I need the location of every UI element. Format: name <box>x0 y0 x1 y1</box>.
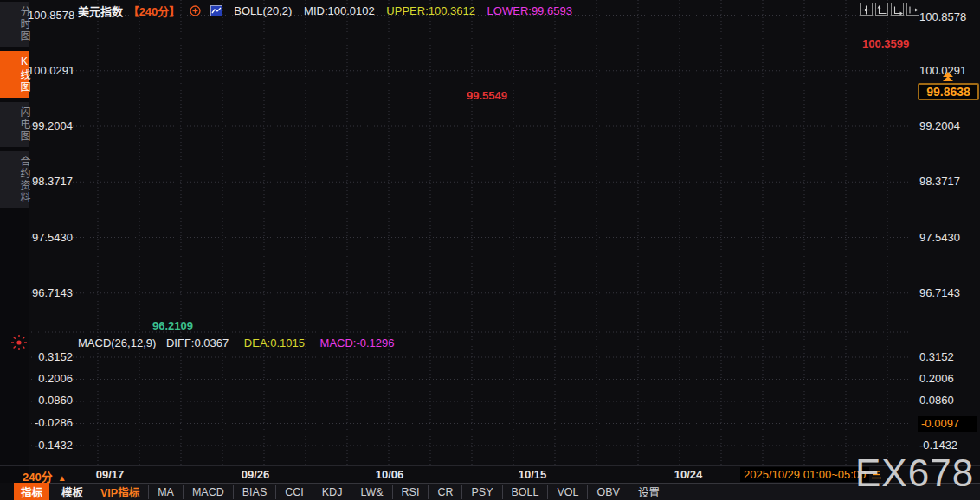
sidebar-tab-kline-chart[interactable]: K线图 <box>0 51 29 98</box>
date-tick: 09/17 <box>86 468 134 481</box>
toolbar-item-lw[interactable]: LW& <box>351 485 391 499</box>
price-axis-label: 98.3717 <box>919 175 964 188</box>
chart-tool-buttons <box>860 3 919 16</box>
symbol-name: 美元指数 <box>78 5 123 18</box>
toolbar-item-psy[interactable]: PSY <box>461 485 501 499</box>
date-tick: 09/26 <box>231 468 280 481</box>
pan-right-icon[interactable] <box>906 3 919 16</box>
current-bar-timestamp: 2025/10/29 01:00~05:00 <box>740 467 869 482</box>
candlestick-chart[interactable] <box>0 0 980 500</box>
macd-axis-label: -0.1432 <box>919 439 964 452</box>
x-axis-zoom-icon[interactable] <box>891 3 904 16</box>
toolbar-item-indicator[interactable]: 指标 <box>14 483 49 500</box>
axis-separator <box>0 465 980 466</box>
swing-high-annotation: 99.5549 <box>467 89 507 102</box>
boll-lower-value: LOWER:99.6593 <box>487 4 572 17</box>
price-axis-label: 98.3717 <box>28 175 73 188</box>
macd-indicator-label: MACD(26,12,9) <box>78 337 156 349</box>
period-high-annotation: 100.3599 <box>862 37 909 50</box>
macd-axis-label: 0.0860 <box>919 394 964 407</box>
toolbar-item-rsi[interactable]: RSI <box>392 485 429 499</box>
macd-axis-label: 0.3152 <box>28 350 73 363</box>
price-axis-label: 97.5430 <box>28 231 73 244</box>
trading-terminal: 分时图 K线图 闪电图 合约资料 美元指数 【240分】 BOLL(20,2) <box>0 0 980 500</box>
macd-axis-label: -0.0286 <box>28 416 73 429</box>
price-axis-label: 97.5430 <box>919 231 964 244</box>
macd-header: MACD(26,12,9) DIFF:0.0367 DEA:0.1015 MAC… <box>78 337 395 349</box>
period-low-annotation: 96.2109 <box>152 319 193 332</box>
price-axis-label: 100.8578 <box>28 9 73 22</box>
price-axis-label: 99.2004 <box>28 119 73 132</box>
boll-indicator-label: BOLL(20,2) <box>234 4 292 17</box>
boll-upper-value: UPPER:100.3612 <box>386 4 475 17</box>
calendar-icon[interactable] <box>871 469 882 480</box>
macd-axis-label: -0.1432 <box>28 439 73 452</box>
sidebar: 分时图 K线图 闪电图 合约资料 <box>0 0 29 483</box>
date-tick: 10/24 <box>664 468 712 481</box>
price-axis-label: 96.7143 <box>28 286 73 299</box>
toolbar-item-cr[interactable]: CR <box>428 485 461 499</box>
triangle-up-icon: ▲ <box>58 473 67 483</box>
sidebar-tab-contract-info[interactable]: 合约资料 <box>0 151 29 208</box>
macd-axis-label: 0.3152 <box>919 350 964 363</box>
chart-header: 美元指数 【240分】 BOLL(20,2) MID:100.0102 UPPE… <box>78 3 572 19</box>
macd-dea-value: DEA:0.1015 <box>244 337 305 349</box>
toolbar-item-obv[interactable]: OBV <box>587 485 628 499</box>
sun-marker-icon[interactable] <box>10 334 28 351</box>
toolbar-item-vip[interactable]: VIP指标 <box>92 483 148 500</box>
toolbar-item-bias[interactable]: BIAS <box>233 485 276 499</box>
sidebar-tab-flash-chart[interactable]: 闪电图 <box>0 102 29 147</box>
price-axis-label: 96.7143 <box>919 286 964 299</box>
date-tick: 10/06 <box>365 468 414 481</box>
current-price-tag: 99.8638 <box>918 83 979 100</box>
price-axis-label: 100.8578 <box>919 10 964 23</box>
toolbar-item-vol[interactable]: VOL <box>547 485 587 499</box>
sidebar-tab-time-chart[interactable]: 分时图 <box>0 2 29 47</box>
price-axis-label: 99.2004 <box>919 119 964 132</box>
toolbar-item-ma[interactable]: MA <box>148 485 183 499</box>
toolbar-item-macd[interactable]: MACD <box>183 485 233 499</box>
circle-plus-icon[interactable] <box>190 5 201 16</box>
macd-diff-value: DIFF:0.0367 <box>166 337 229 349</box>
date-tick: 10/15 <box>508 468 557 481</box>
price-axis-label: 100.0291 <box>28 64 73 77</box>
toolbar-item-kdj[interactable]: KDJ <box>313 485 351 499</box>
boll-mid-value: MID:100.0102 <box>304 4 375 17</box>
indicator-toolbar: 指标 模板 VIP指标 MA MACD BIAS CCI KDJ LW& RSI… <box>14 483 980 500</box>
crosshair-tool-icon[interactable] <box>860 3 873 16</box>
toolbar-item-cci[interactable]: CCI <box>275 485 313 499</box>
arrow-up-double-icon <box>942 72 954 82</box>
macd-axis-label: 0.2006 <box>919 372 964 385</box>
chart-type-icon[interactable] <box>210 5 222 16</box>
toolbar-item-boll[interactable]: BOLL <box>502 485 548 499</box>
toolbar-item-settings[interactable]: 设置 <box>629 483 668 500</box>
period-label[interactable]: 【240分】 <box>128 5 181 18</box>
macd-hist-value: MACD:-0.1296 <box>320 337 395 349</box>
macd-current-value-tag: -0.0097 <box>918 416 977 432</box>
macd-axis-label: 0.2006 <box>28 372 73 385</box>
toolbar-item-template[interactable]: 模板 <box>53 483 92 500</box>
y-axis-zoom-icon[interactable] <box>875 3 888 16</box>
macd-axis-label: 0.0860 <box>28 394 73 407</box>
